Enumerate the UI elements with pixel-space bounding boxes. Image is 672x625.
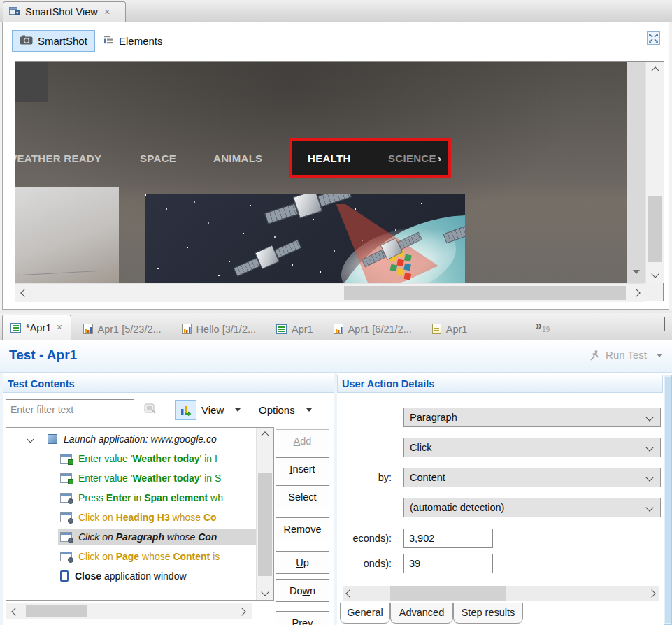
chevron-down-icon[interactable] [24,437,36,442]
scroll-left-icon[interactable] [10,603,21,619]
tree-horizontal-scrollbar[interactable] [6,603,252,619]
remove-button[interactable]: Remove [276,517,329,540]
scrollbar-thumb[interactable] [648,196,662,262]
test-steps-tree-rows: Launch application: www.google.coEnter v… [6,429,257,600]
scroll-down-icon[interactable] [646,268,664,280]
restore-button[interactable] [664,318,665,331]
site-nav-item: HEALTH [308,151,351,166]
options-menu-button[interactable]: Options [259,400,312,420]
timeout-seconds-input[interactable] [403,529,493,548]
site-gray-panel [15,187,119,283]
tree-item[interactable]: Enter value 'Weather today' in I [6,449,257,468]
combo-value: Click [404,442,647,453]
scrollbar-thumb[interactable] [344,286,626,300]
combo-value: Paragraph [404,412,647,423]
view-horizontal-scrollbar[interactable] [15,283,645,302]
tree-item[interactable]: Close application window [6,566,257,586]
view-menu-button[interactable]: View [201,400,241,420]
run-test-button[interactable]: Run Test [589,349,647,361]
maximize-view-button[interactable] [647,31,660,45]
detection-select[interactable]: (automatic detection) [403,498,661,517]
scroll-right-icon[interactable] [646,586,657,601]
tree-item-content: Enter value 'Weather today' in I [58,451,257,466]
tree-vertical-scrollbar[interactable] [256,428,273,600]
insert-button[interactable]: Insert [276,457,329,480]
scroll-right-icon[interactable] [236,603,248,619]
editor-tab[interactable]: Apr1 [268,317,322,340]
enter-value-icon [60,454,72,464]
chart-icon [83,324,93,334]
scroll-left-icon[interactable] [18,284,31,302]
scroll-down-icon[interactable] [633,270,640,278]
test-icon [276,324,287,334]
action-select[interactable]: Click [403,438,661,457]
down-button[interactable]: Down [276,579,329,602]
tab-overflow-indicator[interactable]: »19 [536,319,550,333]
smartshot-window: SmartShot View ✕ SmartShot Elements WEAT [0,0,672,625]
view-tab-smartshot-view[interactable]: SmartShot View ✕ [3,1,126,22]
prev-button[interactable]: Prev [276,611,329,625]
close-icon[interactable]: ✕ [56,323,62,332]
filter-input[interactable] [6,399,134,419]
site-nav-item: ANIMALS [213,151,262,166]
tree-item[interactable]: Click on Page whose Content is [6,547,257,566]
tree-item-label: Enter value 'Weather today' in I [78,453,217,464]
tree-item-content: Launch application: www.google.co [45,431,257,447]
options-menu-label: Options [259,404,295,416]
scroll-up-icon[interactable] [257,430,273,441]
field-label: econds): [337,529,399,548]
editor-tab[interactable]: Apr1 [5/23/2... [75,317,170,340]
scrollbar-thumb[interactable] [390,586,506,601]
editor-vertical-scrollbar[interactable] [664,375,672,625]
view-vertical-scrollbar[interactable] [645,62,664,283]
scrollbar-thumb[interactable] [258,473,272,576]
smartshot-toggle-label: SmartShot [38,35,87,47]
tree-item-label: Click on Page whose Content is [78,551,220,562]
maximize-icon [647,31,660,45]
tab-advanced[interactable]: Advanced [390,603,453,624]
scroll-down-icon[interactable] [257,587,273,598]
tree-item[interactable]: Enter value 'Weather today' in S [6,468,257,488]
window-controls [654,318,665,331]
tree-item[interactable]: Launch application: www.google.co [6,429,257,449]
page-vertical-scrollbar[interactable] [627,62,645,283]
identify-by-select[interactable]: Content [403,468,661,487]
editor-tab[interactable]: *Apr1✕ [2,315,71,340]
scroll-right-icon[interactable] [630,284,643,302]
tree-item[interactable]: Press Enter in Span element wh [6,488,257,508]
smartshot-toggle-button[interactable]: SmartShot [12,30,95,52]
scrollbar-thumb[interactable] [665,377,671,623]
add-button[interactable]: Add [276,429,329,452]
tree-item[interactable]: Click on Paragraph whose Con [6,527,257,547]
test-icon [10,323,21,333]
website-screenshot: WEATHER READYSPACEANIMALSHEALTHSCIENCE› [15,62,627,283]
up-button[interactable]: Up [276,551,329,574]
view-body: SmartShot Elements WEATHER READYSPACEANI… [2,22,669,310]
page-title: Test - Apr1 [9,347,77,363]
details-horizontal-scrollbar[interactable] [343,586,659,601]
scrollbar-thumb[interactable] [26,605,87,617]
scroll-up-icon[interactable] [646,64,664,77]
tab-step-results[interactable]: Step results [453,603,523,624]
run-test-dropdown-icon[interactable] [657,354,662,360]
interval-seconds-input[interactable] [403,554,493,573]
tab-general[interactable]: General [340,603,390,624]
site-nav-item: › [438,151,441,166]
element-type-select[interactable]: Paragraph [403,408,661,427]
close-icon[interactable]: ✕ [104,8,110,17]
editor-tab[interactable]: Apr1 [6/21/2... [325,317,420,340]
editor-tab[interactable]: Hello [3/1/2... [173,317,264,340]
test-editor: *Apr1✕Apr1 [5/23/2...Hello [3/1/2...Apr1… [0,313,672,625]
action-icon [60,512,72,522]
scroll-left-icon[interactable] [344,586,355,601]
editor-panels: Test Contents View Options [0,373,672,625]
tree-item[interactable]: Click on Heading H3 whose Co [6,508,257,527]
view-mode-button[interactable] [175,400,196,420]
tree-item-content: Press Enter in Span element wh [58,490,257,505]
select-button[interactable]: Select [276,485,329,508]
editor-tab[interactable]: Apr1 [424,317,476,340]
test-contents-panel: Test Contents View Options [3,373,334,625]
tree-item-label: Enter value 'Weather today' in S [78,473,221,484]
restore-icon [664,317,665,331]
elements-toggle-button[interactable]: Elements [98,30,169,52]
